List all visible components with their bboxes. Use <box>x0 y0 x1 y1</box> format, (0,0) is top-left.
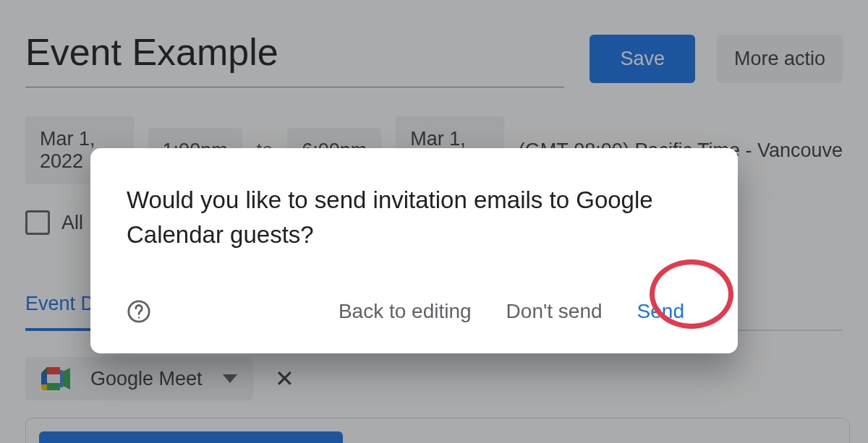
dialog-actions: Back to editing Don't send Send <box>127 293 702 330</box>
send-invitations-dialog: Would you like to send invitation emails… <box>90 148 738 353</box>
back-to-editing-button[interactable]: Back to editing <box>321 293 489 330</box>
send-button[interactable]: Send <box>620 293 702 330</box>
help-icon[interactable] <box>127 299 151 324</box>
dont-send-button[interactable]: Don't send <box>489 293 620 330</box>
dialog-title: Would you like to send invitation emails… <box>127 183 702 252</box>
svg-point-3 <box>138 317 140 318</box>
